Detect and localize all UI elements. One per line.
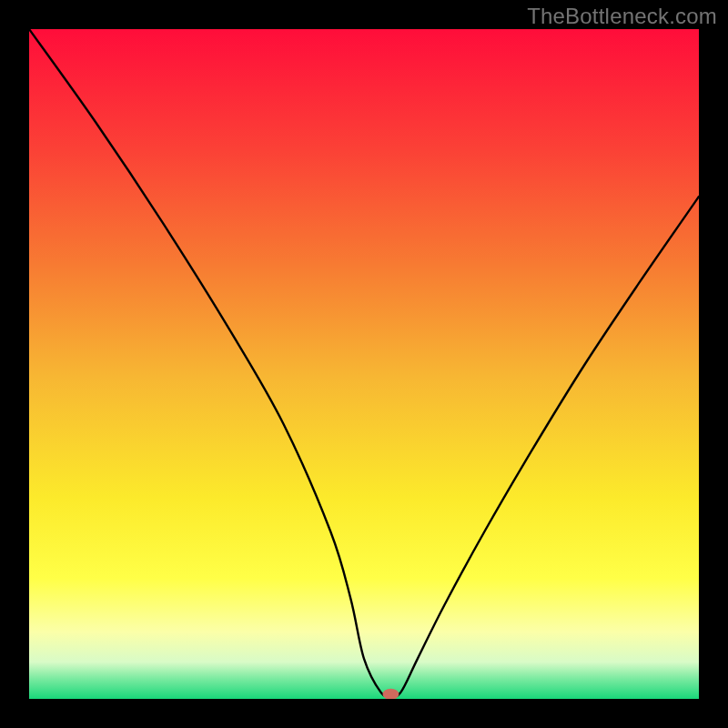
plot-area	[29, 29, 699, 699]
watermark-text: TheBottleneck.com	[527, 4, 717, 29]
chart-frame: TheBottleneck.com	[0, 0, 728, 728]
gradient-background	[29, 29, 699, 699]
chart-svg	[29, 29, 699, 699]
